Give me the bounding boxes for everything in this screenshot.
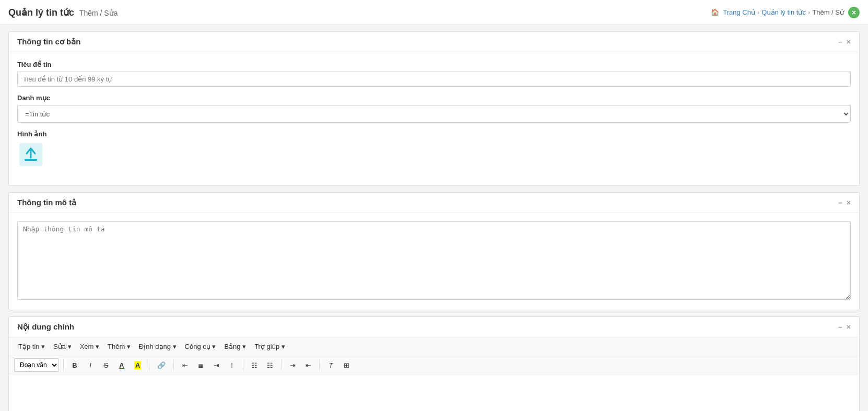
breadcrumb: 🏠 Trang Chủ › Quản lý tin tức › Thêm / S… bbox=[711, 8, 844, 16]
editor-toolbar-format: Đoạn văn B I S A A 🔗 ⇤ ≣ ⇥ ⁞ ☷ ☷ ⇥ ⇤ bbox=[9, 356, 859, 374]
form-group-image: Hình ảnh bbox=[17, 130, 851, 170]
section-description-body bbox=[9, 213, 859, 310]
menu-help[interactable]: Trợ giúp ▾ bbox=[250, 340, 289, 353]
section-description-title: Thông tin mô tả bbox=[17, 198, 76, 207]
description-textarea[interactable] bbox=[17, 221, 851, 300]
section-description-controls: – × bbox=[838, 198, 851, 207]
toolbar-divider-5 bbox=[281, 360, 281, 370]
category-label: Danh mục bbox=[17, 94, 851, 102]
btn-indent[interactable]: ⇥ bbox=[286, 358, 299, 372]
home-icon: 🏠 bbox=[711, 8, 719, 16]
image-label: Hình ảnh bbox=[17, 130, 851, 138]
breadcrumb-home-link[interactable]: Trang Chủ bbox=[723, 8, 755, 16]
section-basic-controls: – × bbox=[838, 38, 851, 46]
section-content-minimize[interactable]: – bbox=[838, 323, 842, 331]
btn-outdent[interactable]: ⇤ bbox=[301, 358, 315, 372]
btn-unordered-list[interactable]: ☷ bbox=[263, 358, 277, 372]
menu-format[interactable]: Định dạng ▾ bbox=[135, 340, 181, 353]
toolbar-menu-group: Tập tin ▾ Sửa ▾ Xem ▾ Thêm ▾ Định dạng ▾… bbox=[14, 340, 289, 353]
menu-tools[interactable]: Công cụ ▾ bbox=[181, 340, 220, 353]
section-basic-header: Thông tin cơ bản – × bbox=[9, 32, 859, 52]
category-select[interactable]: =Tin tức bbox=[17, 105, 851, 123]
btn-align-right[interactable]: ⇥ bbox=[209, 358, 223, 372]
upload-icon bbox=[19, 143, 42, 166]
menu-view[interactable]: Xem ▾ bbox=[76, 340, 103, 353]
section-content-controls: – × bbox=[838, 323, 851, 331]
btn-align-center[interactable]: ≣ bbox=[194, 358, 207, 372]
form-group-title: Tiêu đề tin bbox=[17, 61, 851, 87]
svg-rect-1 bbox=[25, 159, 37, 161]
section-content-header: Nội dung chính – × bbox=[9, 317, 859, 337]
btn-bold[interactable]: B bbox=[68, 358, 81, 372]
btn-align-justify[interactable]: ⁞ bbox=[225, 358, 239, 372]
btn-font-color[interactable]: A bbox=[115, 358, 128, 372]
page-title: Quản lý tin tức Thêm / Sửa bbox=[8, 7, 118, 18]
title-input[interactable] bbox=[17, 72, 851, 87]
close-button[interactable]: × bbox=[848, 7, 860, 18]
toolbar-divider-4 bbox=[243, 360, 243, 370]
editor-toolbar-menus: Tập tin ▾ Sửa ▾ Xem ▾ Thêm ▾ Định dạng ▾… bbox=[9, 337, 859, 356]
section-basic-info: Thông tin cơ bản – × Tiêu đề tin Danh mụ… bbox=[8, 31, 860, 186]
upload-button[interactable] bbox=[17, 141, 44, 170]
title-text: Quản lý tin tức bbox=[8, 7, 74, 18]
section-basic-body: Tiêu đề tin Danh mục =Tin tức Hình ảnh bbox=[9, 52, 859, 185]
breadcrumb-current: Thêm / Sử bbox=[812, 8, 844, 16]
btn-align-left[interactable]: ⇤ bbox=[178, 358, 192, 372]
btn-link[interactable]: 🔗 bbox=[154, 358, 169, 372]
section-content: Nội dung chính – × Tập tin ▾ Sửa ▾ Xem ▾… bbox=[8, 316, 860, 411]
section-description-minimize[interactable]: – bbox=[838, 198, 842, 207]
btn-fullscreen[interactable]: ⊞ bbox=[339, 358, 353, 372]
title-label: Tiêu đề tin bbox=[17, 61, 851, 68]
btn-strikethrough[interactable]: S bbox=[99, 358, 113, 372]
editor-content-area[interactable] bbox=[9, 374, 859, 411]
form-group-category: Danh mục =Tin tức bbox=[17, 94, 851, 123]
section-basic-close[interactable]: × bbox=[847, 38, 851, 46]
menu-edit[interactable]: Sửa ▾ bbox=[49, 340, 76, 353]
section-description-header: Thông tin mô tả – × bbox=[9, 193, 859, 213]
toolbar-divider-3 bbox=[173, 360, 174, 370]
section-basic-minimize[interactable]: – bbox=[838, 38, 842, 46]
menu-file[interactable]: Tập tin ▾ bbox=[14, 340, 49, 353]
header-right: 🏠 Trang Chủ › Quản lý tin tức › Thêm / S… bbox=[711, 7, 860, 18]
section-description-close[interactable]: × bbox=[847, 198, 851, 207]
page-wrapper: Quản lý tin tức Thêm / Sửa 🏠 Trang Chủ ›… bbox=[0, 0, 868, 411]
menu-table[interactable]: Bảng ▾ bbox=[220, 340, 250, 353]
btn-ordered-list[interactable]: ☷ bbox=[248, 358, 261, 372]
btn-highlight-color[interactable]: A bbox=[131, 358, 145, 372]
section-basic-title: Thông tin cơ bản bbox=[17, 37, 80, 46]
section-content-title: Nội dung chính bbox=[17, 322, 74, 332]
btn-italic2[interactable]: T bbox=[324, 358, 337, 372]
toolbar-divider-1 bbox=[63, 360, 64, 370]
toolbar-divider-6 bbox=[319, 360, 320, 370]
subtitle-text: Thêm / Sửa bbox=[79, 9, 118, 17]
menu-insert[interactable]: Thêm ▾ bbox=[103, 340, 135, 353]
section-content-close[interactable]: × bbox=[847, 323, 851, 331]
toolbar-divider-2 bbox=[149, 360, 149, 370]
breadcrumb-section-link[interactable]: Quản lý tin tức bbox=[761, 8, 806, 16]
section-description-info: Thông tin mô tả – × bbox=[8, 192, 860, 310]
header-bar: Quản lý tin tức Thêm / Sửa 🏠 Trang Chủ ›… bbox=[0, 0, 868, 25]
btn-italic[interactable]: I bbox=[84, 358, 97, 372]
paragraph-select[interactable]: Đoạn văn bbox=[14, 358, 59, 372]
